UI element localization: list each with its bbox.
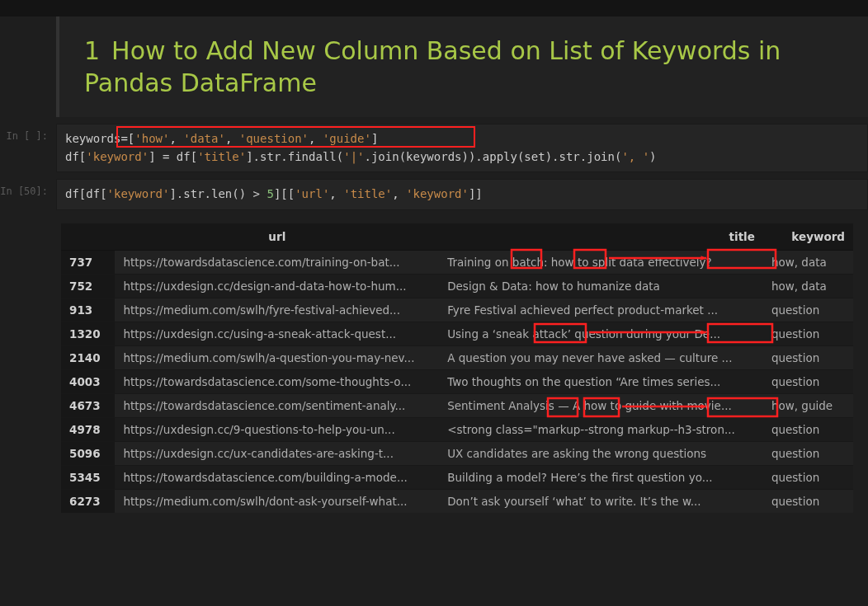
cell-keyword: question: [763, 442, 853, 466]
row-index: 752: [61, 275, 115, 298]
table-row: 5345https://towardsdatascience.com/build…: [61, 466, 853, 490]
cell-url: https://medium.com/swlh/a-question-you-m…: [115, 346, 439, 370]
code-token: 'data': [183, 132, 225, 145]
heading-text: How to Add New Column Based on List of K…: [84, 36, 781, 97]
code-token: 'how': [134, 132, 169, 145]
cell-url: https://uxdesign.cc/ux-candidates-are-as…: [115, 442, 439, 466]
cell-keyword: question: [763, 370, 853, 394]
code-token: 'title': [343, 187, 392, 200]
code-token: ][[: [274, 187, 295, 200]
code-token: 'url': [295, 187, 329, 200]
code-token: ', ': [621, 150, 649, 163]
cell-title: A question you may never have asked — cu…: [439, 346, 763, 370]
code-token: ,: [169, 132, 183, 145]
code-token: ,: [225, 132, 239, 145]
cell-url: https://towardsdatascience.com/building-…: [115, 466, 439, 490]
code-token: ]: [371, 132, 378, 145]
cell-keyword: how, data: [763, 251, 853, 275]
code-token: keywords: [65, 132, 120, 145]
code-token: ,: [309, 132, 323, 145]
cell-title: Design & Data: how to humanize data: [439, 275, 763, 298]
cell-url: https://towardsdatascience.com/sentiment…: [115, 394, 439, 418]
cell-url: https://uxdesign.cc/design-and-data-how-…: [115, 275, 439, 298]
page-title: 1How to Add New Column Based on List of …: [59, 16, 868, 117]
cell-keyword: question: [763, 298, 853, 322]
code-token: 'question': [239, 132, 309, 145]
code-editor[interactable]: keywords=['how', 'data', 'question', 'gu…: [56, 124, 868, 172]
code-cell-1: In [ ]: keywords=['how', 'data', 'questi…: [0, 124, 868, 172]
cell-keyword: question: [763, 418, 853, 442]
table-row: 4003https://towardsdatascience.com/some-…: [61, 370, 853, 394]
code-token: df[: [65, 150, 86, 163]
code-token: ,: [392, 187, 406, 200]
code-token: ].str.len() >: [169, 187, 267, 200]
code-token: 'title': [197, 150, 246, 163]
cell-prompt: In [50]:: [0, 179, 56, 197]
code-cell-2: In [50]: df[df['keyword'].str.len() > 5]…: [0, 179, 868, 210]
table-row: 4673https://towardsdatascience.com/senti…: [61, 394, 853, 418]
cell-title: Building a model? Here’s the first quest…: [439, 466, 763, 490]
code-token: df[df[: [65, 187, 107, 200]
code-token: ].str.findall(: [246, 150, 343, 163]
code-token: ,: [329, 187, 343, 200]
row-index: 2140: [61, 346, 115, 370]
cell-url: https://uxdesign.cc/9-questions-to-help-…: [115, 418, 439, 442]
cell-url: https://medium.com/swlh/fyre-festival-ac…: [115, 298, 439, 322]
row-index: 4978: [61, 418, 115, 442]
cell-title: <strong class="markup--strong markup--h3…: [439, 418, 763, 442]
cell-url: https://medium.com/swlh/dont-ask-yoursel…: [115, 490, 439, 514]
cell-keyword: question: [763, 322, 853, 346]
cell-prompt: In [ ]:: [0, 124, 56, 142]
col-header-url: url: [115, 223, 439, 251]
table-row: 5096https://uxdesign.cc/ux-candidates-ar…: [61, 442, 853, 466]
row-index: 5345: [61, 466, 115, 490]
code-token: .join(keywords)).apply(set).str.join(: [365, 150, 622, 163]
cell-url: https://towardsdatascience.com/training-…: [115, 251, 439, 275]
table-row: 913https://medium.com/swlh/fyre-festival…: [61, 298, 853, 322]
table-row: 6273https://medium.com/swlh/dont-ask-you…: [61, 490, 853, 514]
row-index: 737: [61, 251, 115, 275]
cell-title: Two thoughts on the question “Are times …: [439, 370, 763, 394]
table-row: 752https://uxdesign.cc/design-and-data-h…: [61, 275, 853, 298]
cell-url: https://uxdesign.cc/using-a-sneak-attack…: [115, 322, 439, 346]
code-token: ] = df[: [149, 150, 197, 163]
row-index: 913: [61, 298, 115, 322]
code-token: ]]: [469, 187, 483, 200]
code-editor[interactable]: df[df['keyword'].str.len() > 5][['url', …: [56, 179, 868, 210]
code-token: 'guide': [323, 132, 371, 145]
index-header: [61, 223, 115, 251]
top-bar: [0, 0, 868, 16]
code-token: =[: [120, 132, 134, 145]
cell-title: Fyre Festival achieved perfect product-m…: [439, 298, 763, 322]
code-token: '|': [343, 150, 364, 163]
cell-title: UX candidates are asking the wrong quest…: [439, 442, 763, 466]
cell-url: https://towardsdatascience.com/some-thou…: [115, 370, 439, 394]
table-row: 2140https://medium.com/swlh/a-question-y…: [61, 346, 853, 370]
cell-keyword: question: [763, 466, 853, 490]
row-index: 5096: [61, 442, 115, 466]
cell-keyword: how, data: [763, 275, 853, 298]
cell-title: Don’t ask yourself ‘what’ to write. It’s…: [439, 490, 763, 514]
table-header-row: url title keyword: [61, 223, 853, 251]
cell-keyword: question: [763, 490, 853, 514]
code-token: 'keyword': [107, 187, 170, 200]
col-header-keyword: keyword: [763, 223, 853, 251]
row-index: 1320: [61, 322, 115, 346]
cell-title: Training on batch: how to split data eff…: [439, 251, 763, 275]
cell-title: Sentiment Analysis — A how to guide with…: [439, 394, 763, 418]
code-token: 'keyword': [86, 150, 149, 163]
heading-block: 1How to Add New Column Based on List of …: [56, 16, 868, 117]
code-token: 'keyword': [406, 187, 469, 200]
cell-keyword: question: [763, 346, 853, 370]
table-row: 1320https://uxdesign.cc/using-a-sneak-at…: [61, 322, 853, 346]
dataframe-table: url title keyword 737https://towardsdata…: [61, 223, 853, 513]
cell-title: Using a ‘sneak attack’ question during y…: [439, 322, 763, 346]
row-index: 6273: [61, 490, 115, 514]
table-row: 737https://towardsdatascience.com/traini…: [61, 251, 853, 275]
cell-keyword: how, guide: [763, 394, 853, 418]
table-row: 4978https://uxdesign.cc/9-questions-to-h…: [61, 418, 853, 442]
heading-number: 1: [84, 36, 100, 65]
col-header-title: title: [439, 223, 763, 251]
code-token: 5: [267, 187, 273, 200]
output-area: url title keyword 737https://towardsdata…: [56, 218, 868, 518]
